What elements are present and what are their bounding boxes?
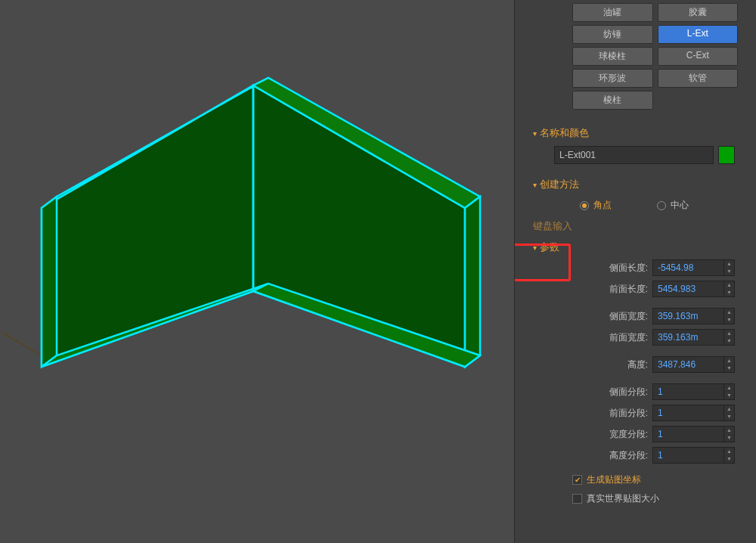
spinner-up-icon[interactable]: ▲ bbox=[724, 357, 734, 365]
param-side-segs: 侧面分段: 1 ▲▼ bbox=[527, 381, 750, 402]
param-side-length: 侧面长度: -5454.98 ▲▼ bbox=[527, 257, 750, 278]
spinner-down-icon[interactable]: ▼ bbox=[724, 316, 734, 324]
spinner-down-icon[interactable]: ▼ bbox=[724, 268, 734, 275]
type-gengon[interactable]: 球棱柱 bbox=[572, 47, 653, 66]
section-header-name-color[interactable]: 名称和颜色 bbox=[527, 123, 750, 143]
spinner-side-segs[interactable]: 1 ▲▼ bbox=[652, 383, 735, 400]
command-panel: 油罐 胶囊 纺锤 L-Ext 球棱柱 C-Ext 环形波 软管 棱柱 名称和颜色… bbox=[514, 0, 756, 543]
spinner-down-icon[interactable]: ▼ bbox=[724, 455, 734, 463]
radio-dot-icon bbox=[580, 201, 589, 210]
spinner-down-icon[interactable]: ▼ bbox=[724, 434, 734, 442]
spinner-down-icon[interactable]: ▼ bbox=[724, 413, 734, 420]
spinner-side-width[interactable]: 359.163m ▲▼ bbox=[652, 308, 735, 324]
section-create-method: 创建方法 角点 中心 bbox=[527, 175, 750, 216]
spinner-down-icon[interactable]: ▼ bbox=[724, 337, 734, 345]
section-parameters: 参数 侧面长度: -5454.98 ▲▼ 前面长度: 5454.983 ▲▼ 侧… bbox=[527, 237, 750, 508]
type-oil-tank[interactable]: 油罐 bbox=[572, 3, 653, 22]
spinner-height-segs[interactable]: 1 ▲▼ bbox=[652, 447, 735, 464]
spinner-up-icon[interactable]: ▲ bbox=[724, 309, 734, 316]
checkbox-real-world[interactable] bbox=[572, 494, 582, 504]
spinner-down-icon[interactable]: ▼ bbox=[724, 365, 734, 372]
checkbox-gen-mapping[interactable] bbox=[572, 475, 582, 485]
object-color-swatch[interactable] bbox=[718, 146, 735, 164]
type-c-ext[interactable]: C-Ext bbox=[658, 47, 739, 66]
object-name-input[interactable] bbox=[554, 146, 714, 164]
spinner-front-segs[interactable]: 1 ▲▼ bbox=[652, 405, 735, 421]
spinner-down-icon[interactable]: ▼ bbox=[724, 289, 734, 296]
type-hose[interactable]: 软管 bbox=[658, 69, 739, 88]
spinner-width-segs[interactable]: 1 ▲▼ bbox=[652, 426, 735, 442]
section-header-create-method[interactable]: 创建方法 bbox=[527, 175, 750, 194]
spinner-front-width[interactable]: 359.163m ▲▼ bbox=[652, 329, 735, 346]
spinner-up-icon[interactable]: ▲ bbox=[724, 405, 734, 413]
param-height-segs: 高度分段: 1 ▲▼ bbox=[527, 445, 750, 466]
type-l-ext[interactable]: L-Ext bbox=[658, 25, 739, 44]
type-spindle[interactable]: 纺锤 bbox=[572, 25, 653, 44]
param-front-width: 前面宽度: 359.163m ▲▼ bbox=[527, 327, 750, 348]
spinner-up-icon[interactable]: ▲ bbox=[724, 448, 734, 455]
spinner-up-icon[interactable]: ▲ bbox=[724, 384, 734, 392]
spinner-side-length[interactable]: -5454.98 ▲▼ bbox=[652, 259, 735, 276]
section-name-color: 名称和颜色 bbox=[527, 123, 750, 167]
section-header-keyboard-input[interactable]: 键盘输入 bbox=[527, 216, 750, 236]
spinner-height[interactable]: 3487.846 ▲▼ bbox=[652, 356, 735, 373]
spinner-up-icon[interactable]: ▲ bbox=[724, 281, 734, 289]
param-side-width: 侧面宽度: 359.163m ▲▼ bbox=[527, 306, 750, 327]
radio-dot-icon bbox=[657, 201, 666, 210]
checkbox-real-world-row: 真实世界贴图大小 bbox=[527, 489, 750, 508]
spinner-up-icon[interactable]: ▲ bbox=[724, 427, 734, 434]
type-ringwave[interactable]: 环形波 bbox=[572, 69, 653, 88]
object-type-grid: 油罐 胶囊 纺锤 L-Ext 球棱柱 C-Ext 环形波 软管 棱柱 bbox=[527, 3, 750, 116]
spinner-front-length[interactable]: 5454.983 ▲▼ bbox=[652, 281, 735, 297]
spinner-up-icon[interactable]: ▲ bbox=[724, 260, 734, 268]
param-front-length: 前面长度: 5454.983 ▲▼ bbox=[527, 278, 750, 299]
svg-marker-6 bbox=[42, 197, 57, 367]
radio-corner[interactable]: 角点 bbox=[580, 199, 612, 212]
spinner-up-icon[interactable]: ▲ bbox=[724, 330, 734, 337]
checkbox-gen-mapping-row: 生成贴图坐标 bbox=[527, 470, 750, 489]
param-height: 高度: 3487.846 ▲▼ bbox=[527, 354, 750, 375]
type-capsule[interactable]: 胶囊 bbox=[658, 3, 739, 22]
svg-marker-7 bbox=[465, 197, 480, 367]
section-header-parameters[interactable]: 参数 bbox=[527, 237, 750, 257]
spinner-down-icon[interactable]: ▼ bbox=[724, 392, 734, 399]
type-prism[interactable]: 棱柱 bbox=[572, 91, 653, 110]
svg-line-1 bbox=[2, 333, 42, 355]
radio-center[interactable]: 中心 bbox=[657, 199, 689, 212]
param-front-segs: 前面分段: 1 ▲▼ bbox=[527, 402, 750, 424]
3d-viewport[interactable] bbox=[0, 0, 514, 543]
param-width-segs: 宽度分段: 1 ▲▼ bbox=[527, 424, 750, 445]
